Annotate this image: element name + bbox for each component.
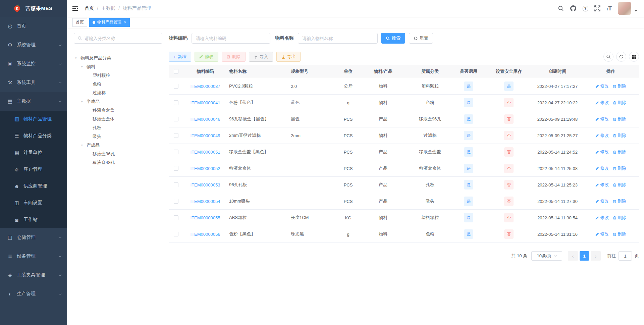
- caret-down-icon[interactable]: [635, 10, 637, 12]
- sidebar-item-master-data[interactable]: ▤ 主数据: [0, 92, 67, 111]
- material-code-link[interactable]: ITEM00000051: [191, 150, 220, 155]
- row-checkbox[interactable]: [174, 117, 178, 121]
- tree-expand-caret-icon[interactable]: ▾: [81, 100, 87, 103]
- row-delete-link[interactable]: 删除: [613, 149, 626, 155]
- row-edit-link[interactable]: 修改: [595, 132, 609, 139]
- row-checkbox[interactable]: [174, 199, 178, 204]
- material-code-link[interactable]: ITEM00000046: [191, 117, 220, 122]
- material-code-link[interactable]: ITEM00000055: [191, 215, 220, 220]
- tree-node[interactable]: 移液盒盒体: [74, 115, 162, 123]
- refresh-button[interactable]: [616, 52, 626, 62]
- sidebar-item-home[interactable]: ◴ 首页: [0, 17, 67, 36]
- row-checkbox[interactable]: [174, 133, 178, 138]
- tree-expand-caret-icon[interactable]: ▾: [75, 56, 80, 60]
- tree-expand-caret-icon[interactable]: ▾: [81, 65, 87, 68]
- delete-button[interactable]: 删除: [222, 52, 246, 62]
- tab-material-product-manage[interactable]: 物料产品管理 ×: [89, 18, 130, 27]
- sidebar-item-workstation[interactable]: ◙ 工作站: [0, 211, 67, 228]
- row-edit-link[interactable]: 修改: [595, 83, 609, 89]
- row-checkbox[interactable]: [174, 182, 178, 187]
- material-code-link[interactable]: ITEM00000056: [191, 232, 220, 237]
- tree-node[interactable]: ▾物料及产品分类: [74, 54, 162, 62]
- help-icon[interactable]: ?: [583, 6, 588, 11]
- material-code-link[interactable]: ITEM00000053: [191, 182, 220, 187]
- column-settings-button[interactable]: [629, 52, 639, 62]
- sidebar-item-warehouse-manage[interactable]: ◰ 仓储管理: [0, 228, 67, 247]
- material-code-link[interactable]: ITEM00000052: [191, 166, 220, 171]
- material-code-input[interactable]: [192, 33, 270, 44]
- row-delete-link[interactable]: 删除: [613, 132, 626, 139]
- row-delete-link[interactable]: 删除: [613, 83, 626, 89]
- row-checkbox[interactable]: [174, 150, 178, 154]
- row-edit-link[interactable]: 修改: [595, 182, 609, 188]
- search-icon[interactable]: [558, 5, 564, 11]
- row-checkbox[interactable]: [174, 232, 178, 236]
- material-code-link[interactable]: ITEM00000037: [191, 84, 220, 89]
- row-delete-link[interactable]: 删除: [613, 182, 626, 188]
- row-checkbox[interactable]: [174, 84, 178, 89]
- tab-close-icon[interactable]: ×: [124, 20, 126, 24]
- fullscreen-icon[interactable]: [594, 5, 600, 11]
- tree-node[interactable]: 吸头: [74, 132, 162, 141]
- toggle-search-button[interactable]: [603, 52, 613, 62]
- prev-page-button[interactable]: ‹: [568, 251, 578, 261]
- row-edit-link[interactable]: 修改: [595, 149, 609, 155]
- row-delete-link[interactable]: 删除: [613, 231, 626, 237]
- page-size-select[interactable]: 10条/页: [531, 251, 562, 261]
- breadcrumb-home[interactable]: 首页: [85, 5, 94, 11]
- tree-expand-caret-icon[interactable]: ▾: [81, 144, 87, 147]
- edit-button[interactable]: 修改: [195, 52, 218, 62]
- sidebar-item-workshop-setting[interactable]: ◫ 车间设置: [0, 195, 67, 211]
- sidebar-item-customer-manage[interactable]: ☺ 客户管理: [0, 161, 67, 178]
- material-code-link[interactable]: ITEM00000049: [191, 133, 220, 138]
- app-logo[interactable]: K 苦糖果MES: [0, 0, 67, 17]
- row-edit-link[interactable]: 修改: [595, 116, 609, 122]
- sidebar-item-system-tools[interactable]: ⚒ 系统工具: [0, 73, 67, 92]
- import-button[interactable]: 导入: [249, 52, 273, 62]
- tree-node[interactable]: 孔板: [74, 123, 162, 132]
- add-button[interactable]: + 新增: [169, 52, 191, 62]
- sidebar-item-material-product-manage[interactable]: ▥ 物料产品管理: [0, 111, 67, 127]
- tree-node[interactable]: ▾物料: [74, 62, 162, 71]
- reset-button[interactable]: 重置: [409, 33, 433, 44]
- row-checkbox[interactable]: [174, 166, 178, 171]
- row-edit-link[interactable]: 修改: [595, 100, 609, 106]
- row-delete-link[interactable]: 删除: [613, 100, 626, 106]
- goto-page-input[interactable]: [619, 251, 632, 261]
- row-checkbox[interactable]: [174, 215, 178, 220]
- tree-node[interactable]: 移液盒48孔: [74, 158, 162, 167]
- material-code-link[interactable]: ITEM00000041: [191, 100, 220, 105]
- user-avatar[interactable]: [618, 2, 631, 15]
- sidebar-item-material-product-category[interactable]: ☰ 物料产品分类: [0, 127, 67, 144]
- search-button[interactable]: 搜索: [381, 33, 405, 44]
- tree-node[interactable]: 色粉: [74, 80, 162, 89]
- page-number-1[interactable]: 1: [580, 251, 589, 261]
- sidebar-item-measure-unit[interactable]: ▦ 计量单位: [0, 144, 67, 161]
- tree-node[interactable]: 过滤棉: [74, 89, 162, 97]
- sidebar-toggle-icon[interactable]: [72, 5, 78, 12]
- material-code-link[interactable]: ITEM00000054: [191, 199, 220, 204]
- category-search-input[interactable]: [85, 36, 159, 41]
- sidebar-item-device-manage[interactable]: ≣ 设备管理: [0, 247, 67, 266]
- tree-node[interactable]: 移液盒盒盖: [74, 106, 162, 115]
- material-name-input[interactable]: [298, 33, 378, 44]
- tree-node[interactable]: 移液盒96孔: [74, 150, 162, 158]
- tree-node[interactable]: ▾半成品: [74, 97, 162, 106]
- row-delete-link[interactable]: 删除: [613, 165, 626, 171]
- row-edit-link[interactable]: 修改: [595, 198, 609, 204]
- font-size-icon[interactable]: TT: [606, 6, 612, 11]
- github-icon[interactable]: [570, 5, 577, 12]
- row-checkbox[interactable]: [174, 100, 178, 105]
- sidebar-item-fixture-manage[interactable]: ◈ 工装夹具管理: [0, 266, 67, 284]
- next-page-button[interactable]: ›: [591, 251, 601, 261]
- tree-node[interactable]: 塑料颗粒: [74, 71, 162, 80]
- select-all-checkbox[interactable]: [174, 69, 178, 74]
- row-edit-link[interactable]: 修改: [595, 165, 609, 171]
- export-button[interactable]: 导出: [276, 52, 301, 62]
- row-delete-link[interactable]: 删除: [613, 215, 626, 221]
- sidebar-item-system-manage[interactable]: ⚙ 系统管理: [0, 36, 67, 54]
- tree-node[interactable]: ▾产成品: [74, 141, 162, 150]
- sidebar-item-system-monitor[interactable]: ▣ 系统监控: [0, 54, 67, 73]
- row-delete-link[interactable]: 删除: [613, 116, 626, 122]
- row-edit-link[interactable]: 修改: [595, 231, 609, 237]
